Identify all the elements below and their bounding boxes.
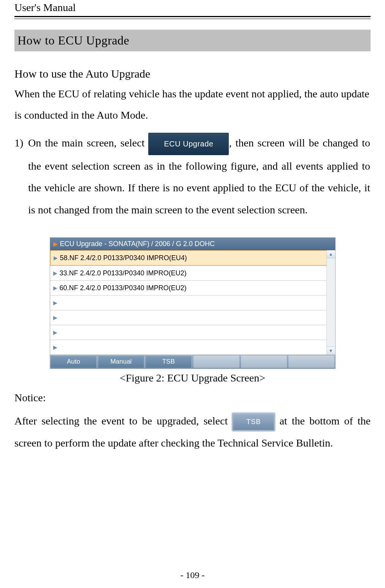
list-item[interactable]: ▶	[50, 310, 335, 325]
list-item[interactable]: ▶ 33.NF 2.4/2.0 P0133/P0340 IMPRO(EU2)	[50, 265, 335, 280]
event-list: ▶ 58.NF 2.4/2.0 P0133/P0340 IMPRO(EU4) ▶…	[50, 250, 335, 354]
step-number: 1)	[14, 132, 28, 221]
scrollbar[interactable]: ▲ ▼	[326, 250, 335, 354]
step-text-before-button: On the main screen, select	[28, 137, 148, 149]
ecu-upgrade-screenshot: ▶ ECU Upgrade - SONATA(NF) / 2006 / G 2.…	[50, 237, 336, 369]
caret-icon: ▶	[53, 329, 57, 335]
scroll-up-icon[interactable]: ▲	[327, 250, 335, 258]
section-subheading: How to use the Auto Upgrade	[14, 67, 371, 80]
caret-icon: ▶	[53, 300, 57, 306]
notice-text-before-button: After selecting the event to be upgraded…	[14, 415, 232, 427]
triangle-icon: ▶	[53, 240, 58, 248]
tab-ghost	[241, 356, 287, 368]
caret-icon: ▶	[53, 315, 57, 321]
scroll-down-icon[interactable]: ▼	[327, 346, 335, 354]
notice-label: Notice:	[14, 392, 371, 404]
page-number: - 109 -	[0, 570, 385, 580]
tab-manual[interactable]: Manual	[98, 356, 144, 368]
screenshot-title-text: ECU Upgrade - SONATA(NF) / 2006 / G 2.0 …	[60, 240, 215, 248]
intro-paragraph: When the ECU of relating vehicle has the…	[14, 83, 371, 126]
notice-paragraph: After selecting the event to be upgraded…	[14, 410, 371, 454]
section-heading: How to ECU Upgrade	[14, 30, 371, 51]
manual-title: User's Manual	[14, 0, 371, 14]
screenshot-titlebar: ▶ ECU Upgrade - SONATA(NF) / 2006 / G 2.…	[50, 238, 335, 250]
caret-icon: ▶	[53, 285, 57, 291]
event-label: 58.NF 2.4/2.0 P0133/P0340 IMPRO(EU4)	[60, 254, 187, 262]
caret-icon: ▶	[53, 344, 57, 350]
ecu-upgrade-button[interactable]: ECU Upgrade	[148, 133, 229, 155]
caret-icon: ▶	[54, 255, 58, 261]
list-item[interactable]: ▶	[50, 340, 335, 354]
list-item[interactable]: ▶	[50, 295, 335, 310]
event-label: 60.NF 2.4/2.0 P0133/P0340 IMPRO(EU2)	[60, 284, 187, 292]
tab-auto[interactable]: Auto	[51, 356, 97, 368]
tab-ghost	[193, 356, 239, 368]
tab-ghost	[288, 356, 334, 368]
list-item[interactable]: ▶	[50, 325, 335, 340]
screenshot-tab-bar: Auto Manual TSB	[50, 354, 335, 369]
header-rule	[14, 16, 371, 19]
list-item[interactable]: ▶ 58.NF 2.4/2.0 P0133/P0340 IMPRO(EU4)	[50, 250, 335, 265]
caret-icon: ▶	[53, 270, 57, 276]
event-label: 33.NF 2.4/2.0 P0133/P0340 IMPRO(EU2)	[60, 269, 187, 277]
tab-tsb[interactable]: TSB	[146, 356, 192, 368]
list-item[interactable]: ▶ 60.NF 2.4/2.0 P0133/P0340 IMPRO(EU2)	[50, 280, 335, 295]
figure-caption: <Figure 2: ECU Upgrade Screen>	[14, 372, 371, 384]
step-1: 1) On the main screen, select ECU Upgrad…	[14, 132, 371, 221]
tsb-button[interactable]: TSB	[232, 413, 275, 431]
